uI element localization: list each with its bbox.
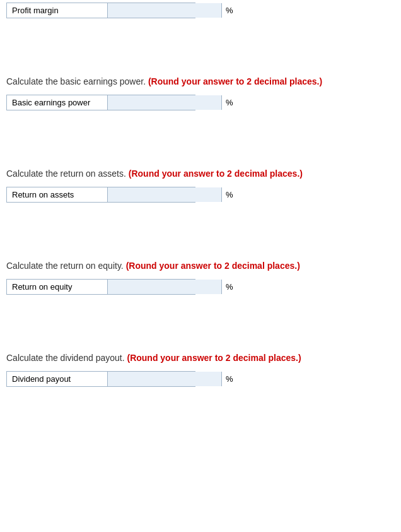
spacer-1: [6, 25, 395, 75]
profit-margin-section: Profit margin %: [6, 0, 395, 18]
return-on-equity-section: Calculate the return on equity. (Round y…: [6, 259, 395, 295]
return-on-equity-instruction-prefix: Calculate the return on equity.: [6, 261, 126, 271]
dividend-payout-unit: %: [221, 372, 237, 386]
basic-earnings-power-instruction-prefix: Calculate the basic earnings power.: [6, 76, 148, 86]
return-on-assets-instruction: Calculate the return on assets. (Round y…: [6, 167, 395, 180]
return-on-assets-label: Return on assets: [7, 187, 108, 202]
dividend-payout-row: Dividend payout %: [6, 371, 195, 387]
dividend-payout-label: Dividend payout: [7, 372, 108, 386]
spacer-4: [6, 301, 395, 352]
dividend-payout-instruction-prefix: Calculate the dividend payout.: [6, 353, 127, 363]
basic-earnings-power-instruction-highlight: (Round your answer to 2 decimal places.): [148, 76, 322, 86]
return-on-equity-label: Return on equity: [7, 280, 108, 294]
return-on-equity-unit: %: [221, 280, 237, 294]
profit-margin-input[interactable]: [108, 3, 221, 18]
return-on-equity-row: Return on equity %: [6, 279, 195, 295]
spacer-3: [6, 209, 395, 259]
basic-earnings-power-label: Basic earnings power: [7, 95, 108, 110]
profit-margin-unit: %: [221, 3, 237, 18]
dividend-payout-section: Calculate the dividend payout. (Round yo…: [6, 352, 395, 387]
basic-earnings-power-input[interactable]: [108, 95, 221, 110]
return-on-assets-unit: %: [221, 187, 237, 202]
profit-margin-label: Profit margin: [7, 3, 108, 18]
return-on-assets-instruction-highlight: (Round your answer to 2 decimal places.): [129, 168, 303, 179]
basic-earnings-power-unit: %: [221, 95, 237, 110]
return-on-equity-input[interactable]: [108, 280, 221, 294]
return-on-equity-instruction-highlight: (Round your answer to 2 decimal places.): [126, 261, 300, 271]
return-on-equity-instruction: Calculate the return on equity. (Round y…: [6, 259, 395, 273]
dividend-payout-input[interactable]: [108, 372, 221, 386]
page-container: Profit margin % Calculate the basic earn…: [0, 0, 401, 387]
profit-margin-row: Profit margin %: [6, 3, 195, 18]
dividend-payout-instruction-highlight: (Round your answer to 2 decimal places.): [127, 353, 301, 363]
basic-earnings-power-section: Calculate the basic earnings power. (Rou…: [6, 75, 395, 110]
return-on-assets-instruction-prefix: Calculate the return on assets.: [6, 168, 129, 179]
dividend-payout-instruction: Calculate the dividend payout. (Round yo…: [6, 352, 395, 365]
return-on-assets-input[interactable]: [108, 187, 221, 202]
return-on-assets-row: Return on assets %: [6, 187, 195, 203]
basic-earnings-power-instruction: Calculate the basic earnings power. (Rou…: [6, 75, 395, 88]
return-on-assets-section: Calculate the return on assets. (Round y…: [6, 167, 395, 203]
basic-earnings-power-row: Basic earnings power %: [6, 95, 195, 110]
spacer-2: [6, 117, 395, 167]
